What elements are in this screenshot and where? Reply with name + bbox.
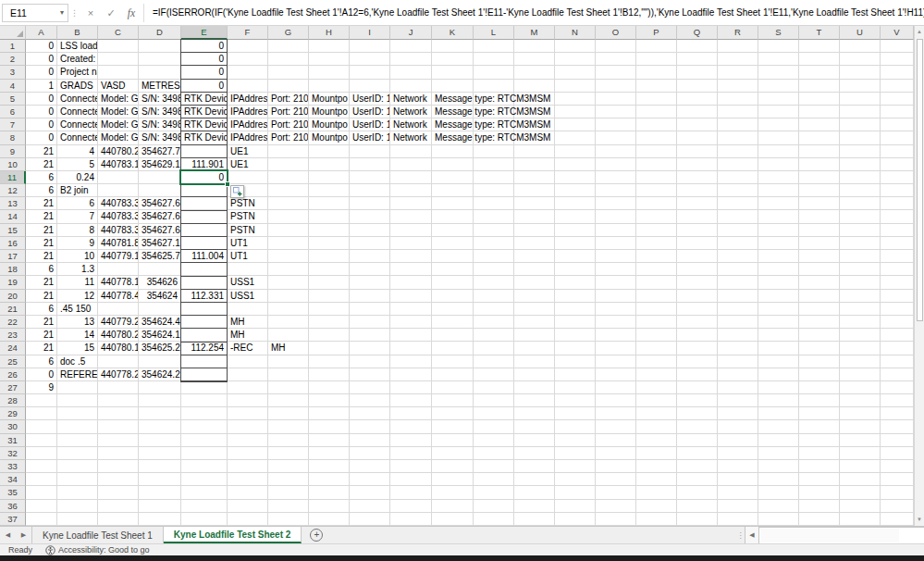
row-header-15[interactable]: 15 [0,224,26,237]
cell-C25[interactable] [98,355,139,368]
cell-T36[interactable] [799,500,840,513]
cell-G31[interactable] [268,434,309,447]
cell-I1[interactable] [350,40,390,53]
cell-M21[interactable] [514,303,555,316]
cell-R24[interactable] [718,342,758,355]
cell-T23[interactable] [799,329,840,342]
tab-splitter-icon[interactable]: ⋮ [736,527,745,543]
cell-N34[interactable] [555,473,596,486]
cell-A31[interactable] [26,434,57,447]
name-box-dropdown-icon[interactable]: ▾ [60,8,64,17]
cell-P36[interactable] [636,500,677,513]
cell-G23[interactable] [268,329,309,342]
cell-F13[interactable]: PSTN [228,197,268,210]
cell-A27[interactable]: 9 [26,381,57,394]
cell-I34[interactable] [350,473,390,486]
cell-G4[interactable] [268,80,309,93]
cell-K9[interactable] [432,145,474,158]
cell-K1[interactable] [432,40,474,53]
cell-Q34[interactable] [677,473,718,486]
cell-G6[interactable]: Port: 2101 [268,106,309,118]
cell-H21[interactable] [309,303,350,316]
cell-F10[interactable]: UE1 [228,158,268,171]
cell-E30[interactable] [181,420,228,433]
cell-C20[interactable]: 440778.4 [98,290,139,303]
cell-G34[interactable] [268,473,309,486]
cell-I5[interactable]: UserID: 1 [350,93,390,106]
cell-N12[interactable] [555,184,596,197]
row-header-20[interactable]: 20 [0,290,26,303]
cell-A18[interactable]: 6 [26,263,57,276]
cell-O15[interactable] [596,224,636,237]
cell-I6[interactable]: UserID: 1 [350,106,390,118]
cell-L33[interactable] [474,460,514,473]
cell-M31[interactable] [514,434,555,447]
cell-B36[interactable] [57,500,98,513]
cell-E17[interactable]: 111.004 [181,250,228,263]
cell-J24[interactable] [390,342,432,355]
cell-G1[interactable] [268,40,309,53]
cell-S33[interactable] [758,460,799,473]
cell-N21[interactable] [555,303,596,316]
cell-S36[interactable] [758,500,799,513]
cell-K28[interactable] [432,394,474,407]
cell-I36[interactable] [350,500,390,513]
cell-M2[interactable] [514,53,555,66]
cell-G35[interactable] [268,486,309,499]
cell-D4[interactable]: METRES [139,80,181,93]
cell-B7[interactable]: Connecte [57,118,98,131]
cell-I16[interactable] [350,237,390,250]
cell-L24[interactable] [474,342,514,355]
cell-J6[interactable]: Network [390,106,432,118]
cell-G18[interactable] [268,263,309,276]
cell-J7[interactable]: Network [390,118,432,131]
cell-K6[interactable]: Message type: RTCM3MSM [432,106,474,118]
cell-T4[interactable] [799,80,840,93]
cell-C27[interactable] [98,381,139,394]
cell-A10[interactable]: 21 [26,158,57,171]
cell-M25[interactable] [514,355,555,368]
cell-M37[interactable] [514,513,555,526]
cell-L16[interactable] [474,237,514,250]
cell-L27[interactable] [474,381,514,394]
cell-S23[interactable] [758,329,799,342]
cell-S3[interactable] [758,66,799,79]
new-sheet-button[interactable]: + [310,529,323,542]
cell-V5[interactable] [881,93,914,106]
cell-K35[interactable] [432,486,474,499]
cell-O12[interactable] [596,184,636,197]
cell-T14[interactable] [799,210,840,223]
cell-F34[interactable] [228,473,268,486]
formula-input[interactable]: =IF(ISERROR(IF('Kyne Loadfile Test Sheet… [146,7,924,18]
cell-K3[interactable] [432,66,474,79]
cell-S29[interactable] [758,407,799,420]
cell-C28[interactable] [98,394,139,407]
cell-J21[interactable] [390,303,432,316]
cell-R31[interactable] [718,434,758,447]
cell-K5[interactable]: Message type: RTCM3MSM [432,93,474,106]
cell-V1[interactable] [881,40,914,53]
cell-F15[interactable]: PSTN [228,224,268,237]
cell-P9[interactable] [636,145,677,158]
cell-T5[interactable] [799,93,840,106]
cell-L12[interactable] [474,184,514,197]
cell-I26[interactable] [350,368,390,381]
cell-G9[interactable] [268,145,309,158]
vertical-scrollbar[interactable]: ▲ ▼ [914,26,924,526]
cell-S28[interactable] [758,394,799,407]
cell-G5[interactable]: Port: 2101 [268,93,309,106]
cell-O13[interactable] [596,197,636,210]
cell-D26[interactable]: 354624.2 [139,368,181,381]
cell-R7[interactable] [718,118,758,131]
cell-P1[interactable] [636,40,677,53]
cell-E36[interactable] [181,500,228,513]
cell-T11[interactable] [799,171,840,184]
cell-U8[interactable] [840,131,881,144]
cell-G30[interactable] [268,420,309,433]
cell-L9[interactable] [474,145,514,158]
cell-I22[interactable] [350,316,390,329]
tab-kyne-loadfile-test-sheet-2[interactable]: Kyne Loadfile Test Sheet 2 [164,527,302,543]
cell-M24[interactable] [514,342,555,355]
cell-D22[interactable]: 354624.4 [139,316,181,329]
cell-I7[interactable]: UserID: 1 [350,118,390,131]
